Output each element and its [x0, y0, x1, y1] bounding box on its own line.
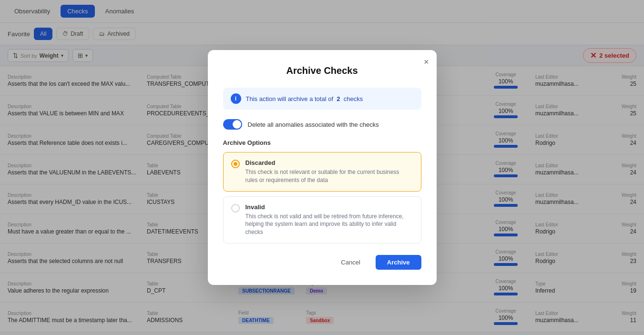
archive-button[interactable]: Archive [376, 255, 421, 270]
option-discarded-title: Discarded [245, 159, 413, 166]
cancel-button[interactable]: Cancel [331, 255, 369, 270]
toggle-label: Delete all anomalies associated with the… [248, 121, 379, 128]
toggle-switch[interactable] [223, 119, 242, 130]
option-discarded-desc: This check is not relevant or suitable f… [245, 168, 413, 184]
modal-title: Archive Checks [223, 65, 421, 76]
modal-overlay[interactable]: × Archive Checks i This action will arch… [0, 0, 644, 332]
toggle-knob [233, 120, 241, 129]
modal-footer: Cancel Archive [223, 255, 421, 270]
modal-close-button[interactable]: × [424, 58, 429, 66]
radio-dot [234, 162, 237, 166]
radio-invalid[interactable] [231, 204, 240, 213]
modal: × Archive Checks i This action will arch… [208, 50, 437, 285]
info-text: This action will archive a total of 2 ch… [246, 95, 363, 102]
option-invalid[interactable]: Invalid This check is not valid and will… [223, 196, 421, 244]
option-invalid-title: Invalid [245, 203, 413, 211]
info-icon: i [231, 93, 241, 104]
options-section-label: Archive Options [223, 139, 421, 146]
toggle-row[interactable]: Delete all anomalies associated with the… [223, 119, 421, 130]
info-banner: i This action will archive a total of 2 … [223, 88, 421, 110]
option-discarded[interactable]: Discarded This check is not relevant or … [223, 152, 421, 192]
option-invalid-desc: This check is not valid and will be reti… [245, 213, 413, 236]
radio-discarded[interactable] [231, 160, 240, 168]
